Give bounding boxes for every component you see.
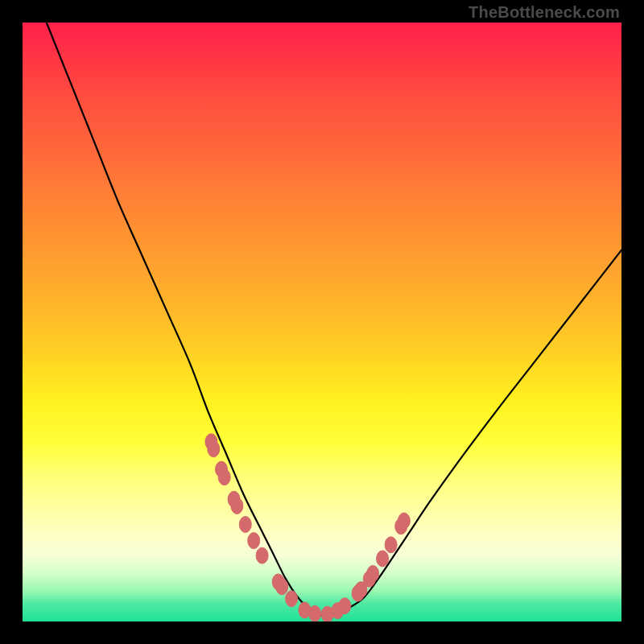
- data-marker: [377, 551, 389, 567]
- marker-group: [205, 434, 411, 621]
- data-marker: [256, 547, 268, 564]
- data-marker: [339, 598, 351, 614]
- data-marker: [208, 441, 220, 457]
- data-marker: [239, 517, 251, 533]
- chart-frame: [23, 23, 621, 621]
- chart-svg: [23, 23, 621, 621]
- data-marker: [218, 469, 230, 485]
- data-marker: [385, 537, 397, 553]
- data-marker: [367, 566, 379, 582]
- data-marker: [286, 591, 298, 607]
- data-marker: [276, 579, 288, 595]
- attribution-label: TheBottleneck.com: [469, 3, 620, 22]
- data-marker: [309, 605, 321, 621]
- data-marker: [398, 513, 410, 529]
- bottleneck-curve: [47, 23, 621, 617]
- data-marker: [231, 497, 243, 514]
- data-marker: [248, 533, 260, 549]
